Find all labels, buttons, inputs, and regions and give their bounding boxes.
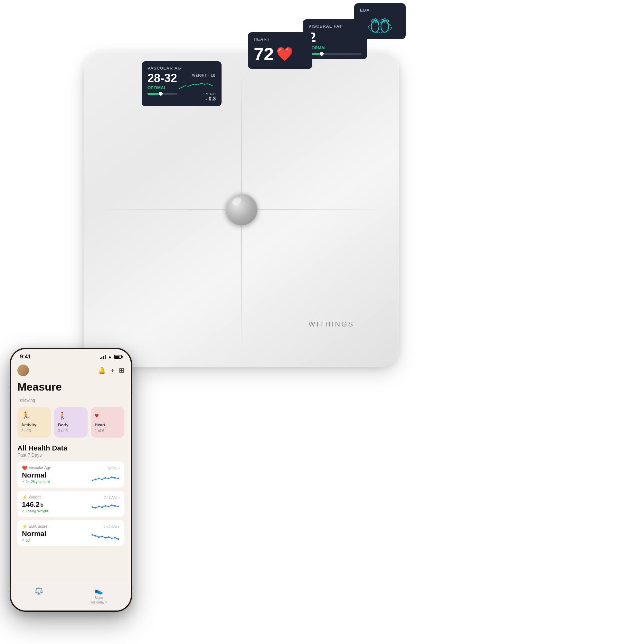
steps-label: Steps (95, 596, 103, 600)
vascular-sub-text: 24-28 years old (26, 480, 50, 484)
svg-point-30 (101, 536, 103, 537)
body-icon: 🚶 (58, 412, 84, 420)
svg-point-27 (92, 534, 93, 536)
avatar[interactable] (17, 365, 29, 376)
svg-point-28 (95, 535, 97, 537)
following-row: 🏃 Activity 2 of 3 🚶 Body 3 of 5 ♥ Heart … (11, 407, 131, 443)
measure-icon: ⚖️ (34, 587, 43, 595)
vascular-mini-chart (91, 471, 120, 483)
check-icon-eda: ✓ (22, 538, 25, 542)
health-item-weight[interactable]: ⚡ Weight 146.2lb ✓ Losing Weight 7:42 AM… (17, 491, 124, 517)
svg-point-11 (98, 478, 100, 479)
scale-knob (225, 193, 258, 225)
eda-sub: ✓ 58 (22, 538, 48, 542)
body-title: Body (58, 422, 84, 427)
bookmark-icon[interactable]: ⊞ (119, 366, 124, 374)
page-title: Measure (17, 381, 124, 393)
visceral-card-label: VISCERAL FAT (308, 24, 361, 29)
vascular-card-value: 28-32 (147, 72, 177, 84)
heart-card-label: HEART (254, 37, 307, 42)
trend-label: TREND (202, 92, 216, 96)
weight-sub: ✓ Losing Weight (22, 509, 48, 513)
eda-cat: ⚡ EDA Score (22, 524, 48, 529)
app-header: 🔔 + ⊞ (11, 363, 131, 379)
weight-chart (177, 79, 216, 92)
steps-icon: 👟 (94, 587, 103, 595)
svg-point-33 (111, 538, 113, 539)
vascular-cat: ❤️ Vascular Age (22, 465, 51, 470)
health-title: All Health Data (17, 444, 124, 452)
health-item-vascular[interactable]: ❤️ Vascular Age Normal ✓ 24-28 years old… (17, 461, 124, 488)
svg-point-32 (108, 536, 109, 538)
following-card-activity[interactable]: 🏃 Activity 2 of 3 (17, 407, 51, 438)
heart-card: HEART 72 ❤️ (248, 32, 312, 69)
vascular-card-status: OPTIMAL (147, 85, 177, 90)
trend-value: - 0.3 (202, 96, 216, 102)
following-section: Following (11, 398, 131, 407)
check-icon-weight: ✓ (22, 509, 25, 513)
hi-right-vascular: 07:41 > (91, 466, 120, 483)
hi-left-vascular: ❤️ Vascular Age Normal ✓ 24-28 years old (22, 465, 51, 484)
phone-device: 9:41 ▲ (10, 348, 132, 612)
svg-point-20 (98, 506, 100, 507)
svg-point-14 (108, 478, 109, 479)
trend-col: TREND - 0.3 (202, 92, 216, 102)
weight-sub-text: Losing Weight (26, 509, 48, 513)
steps-time: Yesterday > (90, 601, 107, 604)
heart-follow-icon: ♥ (95, 412, 120, 420)
weight-cat-label: Weight (29, 495, 41, 499)
eda-sub-text: 58 (26, 538, 30, 542)
weight-cat-icon: ⚡ (22, 495, 27, 500)
following-card-body[interactable]: 🚶 Body 3 of 5 (54, 407, 88, 438)
visceral-card-status: NORMAL (308, 45, 361, 50)
heart-card-value: 72 ❤️ (254, 43, 307, 64)
status-time: 9:41 (20, 354, 31, 360)
add-icon[interactable]: + (110, 367, 114, 374)
health-item-eda[interactable]: ⚡ EDA Score Normal ✓ 58 7:42 AM > (17, 520, 124, 546)
svg-point-25 (114, 505, 116, 507)
visceral-card-bar (308, 53, 361, 55)
svg-point-26 (118, 506, 119, 507)
tab-steps[interactable]: 👟 Steps Yesterday > (90, 587, 107, 604)
svg-point-35 (118, 538, 119, 540)
vascular-card: VASCULAR AG 28-32 OPTIMAL WEIGHT - LB TR… (142, 61, 222, 106)
tab-measure[interactable]: ⚖️ (34, 587, 43, 604)
health-subtitle: Past 7 Days (17, 452, 124, 458)
hi-right-eda: 7:42 AM > (91, 525, 120, 541)
eda-cat-icon: ⚡ (22, 524, 27, 529)
svg-point-16 (114, 477, 116, 479)
notification-icon[interactable]: 🔔 (98, 366, 106, 374)
hi-right-weight: 7:42 AM > (91, 496, 120, 512)
vascular-cat-label: Vascular Age (29, 466, 51, 470)
vascular-sub: ✓ 24-28 years old (22, 479, 51, 484)
page-title-area: Measure (11, 379, 131, 398)
status-bar: 9:41 ▲ (11, 349, 131, 363)
heart-icon: ❤️ (276, 46, 293, 62)
status-icons: ▲ (100, 354, 122, 359)
vascular-cat-icon: ❤️ (22, 465, 27, 470)
weight-cat: ⚡ Weight (22, 495, 48, 500)
visceral-card-value: 2 (308, 31, 361, 44)
svg-point-15 (111, 477, 113, 478)
activity-title: Activity (21, 422, 47, 427)
svg-point-4 (377, 20, 379, 22)
eda-mini-chart (91, 530, 120, 541)
phone-body: 9:41 ▲ (10, 348, 132, 612)
activity-icon: 🏃 (21, 412, 47, 420)
heart-title: Heart (95, 422, 120, 427)
svg-point-34 (114, 537, 116, 539)
vascular-value-display: Normal (22, 471, 51, 479)
svg-point-31 (105, 537, 106, 539)
svg-point-19 (95, 507, 97, 509)
eda-value-display: Normal (22, 530, 48, 538)
phone-screen: 9:41 ▲ (11, 349, 131, 611)
following-card-heart[interactable]: ♥ Heart 1 of 6 (91, 407, 124, 438)
weight-mini-chart (91, 501, 120, 512)
activity-subtitle: 2 of 3 (21, 429, 47, 433)
hi-left-weight: ⚡ Weight 146.2lb ✓ Losing Weight (22, 495, 48, 513)
svg-point-21 (101, 507, 103, 508)
signal-bars (100, 355, 106, 359)
header-icons: 🔔 + ⊞ (98, 366, 124, 374)
data-cards-area: VASCULAR AG 28-32 OPTIMAL WEIGHT - LB TR… (135, 16, 425, 161)
eda-feet-icon (367, 15, 393, 34)
